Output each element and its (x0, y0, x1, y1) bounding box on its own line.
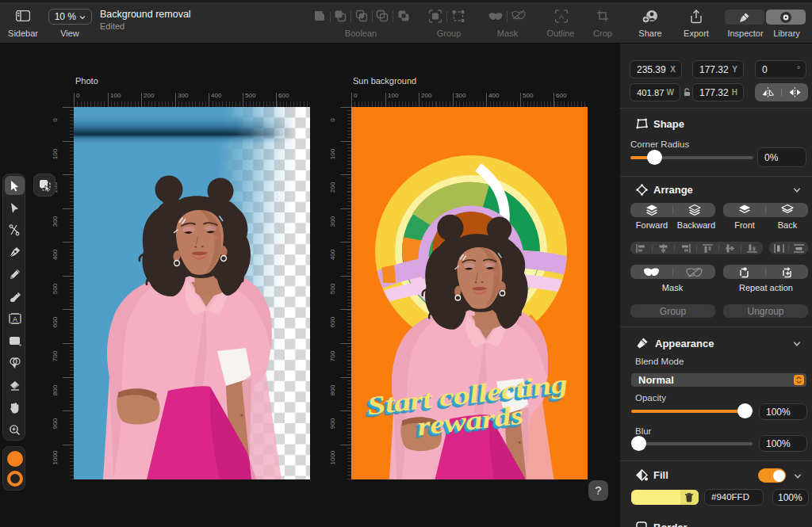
svg-text:A: A (559, 13, 564, 21)
svg-text:A: A (12, 315, 17, 323)
